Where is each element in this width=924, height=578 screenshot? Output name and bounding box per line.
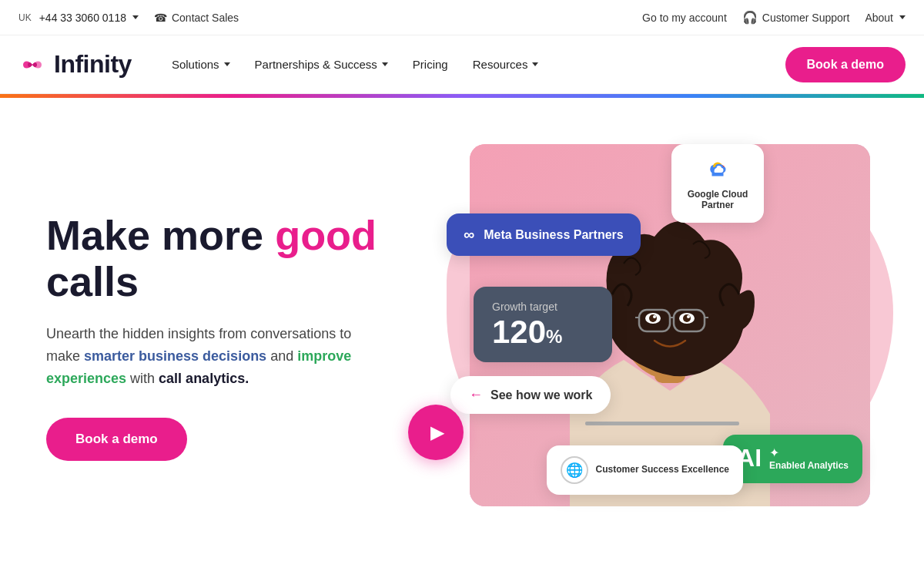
see-how-we-work-card[interactable]: ← See how we work	[450, 376, 611, 414]
country-label: UK	[18, 12, 32, 23]
meta-infinity-icon: ∞	[464, 226, 474, 244]
customer-support-label: Customer Support	[762, 12, 850, 24]
logo-text: Infinity	[54, 50, 132, 79]
svg-point-14	[683, 314, 691, 322]
topbar-left: UK +44 33 3060 0118 ☎ Contact Sales	[18, 12, 239, 24]
book-demo-nav-button[interactable]: Book a demo	[785, 47, 906, 82]
phone-chevron-icon	[132, 15, 139, 19]
navbar: Infinity Solutions Partnerships & Succes…	[0, 35, 924, 94]
solutions-chevron-icon	[224, 62, 230, 66]
card-customer-success: 🌐 Customer Success Excellence	[547, 445, 743, 495]
card-ai-analytics: AI ✦ Enabled Analytics	[723, 435, 862, 483]
phone-icon: ☎	[154, 12, 167, 24]
desc-mid: and	[266, 348, 297, 364]
svg-point-12	[653, 315, 656, 318]
card-google-cloud: Google CloudPartner	[671, 144, 764, 223]
globe-icon: 🌐	[561, 456, 588, 484]
headset-icon: 🎧	[742, 10, 758, 25]
partnerships-chevron-icon	[382, 62, 388, 66]
hero-visual: Google CloudPartner ∞ Meta Business Part…	[431, 136, 878, 537]
go-to-account-label: Go to my account	[642, 12, 727, 24]
hero-left: Make more good calls Unearth the hidden …	[46, 213, 416, 460]
arrow-left-icon: ←	[469, 387, 483, 403]
desc-bold: call analytics.	[159, 371, 249, 386]
book-demo-hero-button[interactable]: Book a demo	[46, 418, 187, 461]
svg-rect-16	[585, 422, 739, 425]
about-label: About	[865, 12, 893, 24]
logo[interactable]: Infinity	[18, 50, 132, 79]
ai-right: ✦ Enabled Analytics	[769, 445, 849, 472]
contact-sales-label: Contact Sales	[172, 12, 239, 24]
customer-success-label: Customer Success Excellence	[596, 464, 729, 476]
nav-resources[interactable]: Resources	[464, 52, 548, 77]
meta-business-label: ∞ Meta Business Partners	[464, 226, 624, 244]
about-chevron-icon	[899, 15, 906, 19]
topbar-phone: UK +44 33 3060 0118	[18, 12, 139, 24]
nav-pricing[interactable]: Pricing	[403, 52, 457, 77]
resources-chevron-icon	[532, 62, 538, 66]
go-to-account-link[interactable]: Go to my account	[642, 12, 727, 24]
play-icon: ▶	[430, 422, 444, 443]
logo-icon	[18, 51, 46, 79]
ai-label: Enabled Analytics	[769, 460, 849, 472]
customer-support-link[interactable]: 🎧 Customer Support	[742, 10, 850, 25]
about-link[interactable]: About	[865, 12, 906, 24]
play-video-button[interactable]: ▶	[408, 405, 464, 460]
nav-partnerships[interactable]: Partnerships & Success	[246, 52, 397, 77]
topbar: UK +44 33 3060 0118 ☎ Contact Sales Go t…	[0, 0, 924, 35]
hero-title-end: calls	[46, 258, 139, 304]
solutions-label: Solutions	[172, 58, 219, 71]
hero-title: Make more good calls	[46, 213, 416, 304]
phone-number: +44 33 3060 0118	[39, 12, 126, 24]
see-how-label: See how we work	[490, 388, 592, 402]
topbar-right: Go to my account 🎧 Customer Support Abou…	[642, 10, 906, 25]
card-meta-business: ∞ Meta Business Partners	[447, 213, 641, 256]
hero-description: Unearth the hidden insights from convers…	[46, 323, 370, 389]
growth-target-label: Growth target	[492, 301, 594, 313]
growth-target-value: 120%	[492, 316, 594, 348]
svg-point-11	[649, 314, 657, 322]
hero-section: Make more good calls Unearth the hidden …	[0, 98, 924, 545]
desc-end: with	[126, 371, 159, 386]
pricing-label: Pricing	[413, 58, 448, 71]
google-cloud-label: Google CloudPartner	[688, 189, 748, 210]
ai-sparkle-icon: ✦	[769, 445, 849, 460]
contact-sales-link[interactable]: ☎ Contact Sales	[154, 12, 239, 24]
partnerships-label: Partnerships & Success	[255, 58, 377, 71]
nav-solutions[interactable]: Solutions	[162, 52, 239, 77]
resources-label: Resources	[473, 58, 528, 71]
nav-links: Solutions Partnerships & Success Pricing…	[162, 52, 785, 77]
svg-point-15	[687, 315, 690, 318]
hero-title-start: Make more	[46, 212, 275, 258]
google-cloud-icon	[704, 156, 732, 184]
hero-title-highlight: good	[275, 212, 377, 258]
desc-link1: smarter business decisions	[84, 348, 266, 364]
card-growth-target: Growth target 120%	[474, 287, 612, 362]
